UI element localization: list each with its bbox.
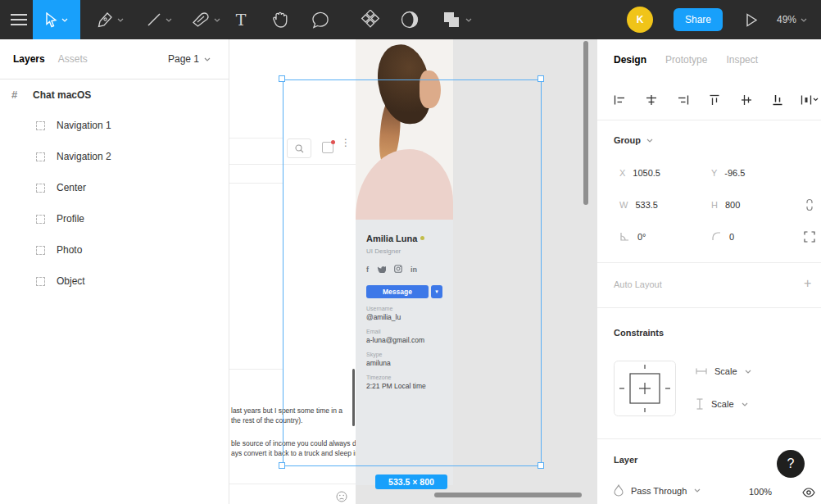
align-right-icon[interactable] — [678, 94, 689, 109]
constraints-widget[interactable] — [614, 361, 676, 420]
add-auto-layout-button[interactable]: + — [804, 276, 811, 291]
main-menu-button[interactable] — [5, 0, 33, 39]
share-button[interactable]: Share — [674, 8, 723, 31]
independent-corners-button[interactable] — [804, 231, 815, 246]
boolean-union-icon — [442, 10, 461, 30]
selection-handle-top-right[interactable] — [538, 75, 544, 82]
tab-assets[interactable]: Assets — [58, 53, 88, 65]
right-panel-tabs: Design Prototype Inspect — [597, 39, 821, 79]
horizontal-constraint-dropdown[interactable]: Scale — [696, 366, 751, 376]
profile-field: Skype amiluna — [366, 352, 453, 367]
message-button-group: Message ▾ — [366, 285, 453, 298]
layer-row[interactable]: Navigation 1 — [0, 110, 229, 141]
mask-icon — [401, 11, 419, 29]
comment-tool-button[interactable] — [308, 0, 333, 39]
chat-message-text: last years but I spent some time in a — [231, 406, 342, 415]
mask-button[interactable] — [398, 0, 421, 39]
layer-row-frame[interactable]: # Chat macOS — [0, 79, 229, 110]
tab-design[interactable]: Design — [614, 54, 646, 66]
chat-message-text: ays convert it back to a truck and sleep… — [231, 448, 359, 458]
layer-row[interactable]: Center — [0, 172, 229, 203]
layer-name: Profile — [57, 213, 84, 225]
tab-layers[interactable]: Layers — [13, 53, 45, 65]
align-horizontal-center-icon[interactable] — [646, 94, 657, 109]
visibility-toggle[interactable] — [802, 486, 815, 501]
layer-row[interactable]: Photo — [0, 234, 229, 266]
chat-scrollbar — [352, 369, 355, 426]
width-field[interactable]: W 533.5 — [619, 200, 658, 210]
profile-field: Email a-luna@gmail.com — [366, 329, 453, 344]
divider — [597, 438, 821, 439]
instagram-icon — [394, 265, 402, 275]
corner-radius-field[interactable]: 0 — [711, 231, 734, 242]
boolean-group-button[interactable] — [438, 0, 475, 39]
align-vertical-center-icon[interactable] — [741, 94, 752, 109]
layer-row[interactable]: Navigation 2 — [0, 141, 229, 172]
constrain-proportions-button[interactable] — [804, 198, 815, 215]
rotation-value: 0° — [637, 232, 646, 242]
move-tool-button[interactable] — [33, 0, 80, 39]
hand-tool-button[interactable] — [269, 0, 292, 39]
constraints-diagram-icon — [614, 361, 676, 416]
corner-radius-value: 0 — [729, 232, 734, 242]
layer-name: Photo — [57, 244, 82, 256]
layer-section-title: Layer — [614, 455, 637, 465]
align-left-icon[interactable] — [614, 94, 625, 109]
distribute-spacing-icon[interactable] — [801, 94, 819, 109]
selection-handle-bottom-left[interactable] — [279, 462, 285, 469]
tab-prototype[interactable]: Prototype — [665, 54, 707, 66]
layer-row[interactable]: Object — [0, 266, 229, 297]
divider — [229, 369, 283, 370]
layer-row[interactable]: Profile — [0, 203, 229, 234]
components-button[interactable] — [357, 0, 383, 39]
height-field[interactable]: H 800 — [711, 200, 740, 210]
chevron-down-icon — [166, 18, 172, 22]
chevron-down-icon — [61, 18, 68, 22]
pencil-icon — [192, 11, 210, 28]
alignment-toolbar — [597, 79, 821, 120]
page-selector[interactable]: Page 1 — [168, 53, 211, 65]
line-tool-button[interactable] — [139, 0, 179, 39]
vertical-scrollbar[interactable] — [583, 41, 588, 205]
pen-tool-button[interactable] — [90, 0, 129, 39]
eye-icon — [802, 488, 815, 497]
selection-handle-bottom-right[interactable] — [538, 462, 544, 469]
align-bottom-icon[interactable] — [772, 94, 783, 109]
pencil-tool-button[interactable] — [185, 0, 226, 39]
selection-type-label: Group — [614, 135, 641, 145]
vertical-constraint-value: Scale — [711, 399, 734, 409]
vertical-constraint-dropdown[interactable]: Scale — [696, 398, 748, 410]
field-label: Username — [366, 306, 453, 311]
help-button[interactable]: ? — [777, 450, 805, 478]
text-tool-button[interactable]: T — [231, 0, 251, 39]
horizontal-scrollbar[interactable] — [434, 493, 582, 497]
selection-handle-top-left[interactable] — [279, 75, 285, 82]
x-position-field[interactable]: X 1050.5 — [619, 168, 660, 178]
zoom-level-control[interactable]: 49% — [777, 0, 807, 39]
present-button[interactable] — [739, 0, 764, 39]
design-canvas[interactable]: ⋮ last years but I spent some time in a … — [229, 39, 596, 504]
align-top-icon[interactable] — [709, 94, 720, 109]
components-icon — [361, 10, 380, 30]
chevron-down-icon — [117, 18, 124, 22]
field-value: @amilia_lu — [366, 313, 453, 321]
y-position-field[interactable]: Y -96.5 — [711, 168, 745, 178]
divider — [597, 262, 821, 263]
compose-icon — [322, 142, 333, 153]
blend-mode-dropdown[interactable]: Pass Through — [614, 484, 701, 497]
field-value: amiluna — [366, 359, 453, 367]
selection-type-dropdown[interactable]: Group — [614, 135, 653, 145]
opacity-field[interactable]: 100% — [749, 487, 772, 497]
twitter-icon — [377, 266, 386, 275]
layer-name: Navigation 1 — [57, 120, 111, 131]
field-label: Email — [366, 329, 453, 334]
rotation-field[interactable]: 0° — [619, 231, 646, 242]
tab-inspect[interactable]: Inspect — [726, 54, 758, 66]
divider — [229, 183, 283, 184]
user-avatar[interactable]: K — [627, 7, 653, 33]
pen-icon — [97, 11, 113, 28]
field-value: 2:21 PM Local time — [366, 382, 453, 390]
search-icon — [295, 144, 304, 153]
frame-icon: # — [11, 89, 33, 101]
frame-name: Chat macOS — [33, 89, 91, 101]
